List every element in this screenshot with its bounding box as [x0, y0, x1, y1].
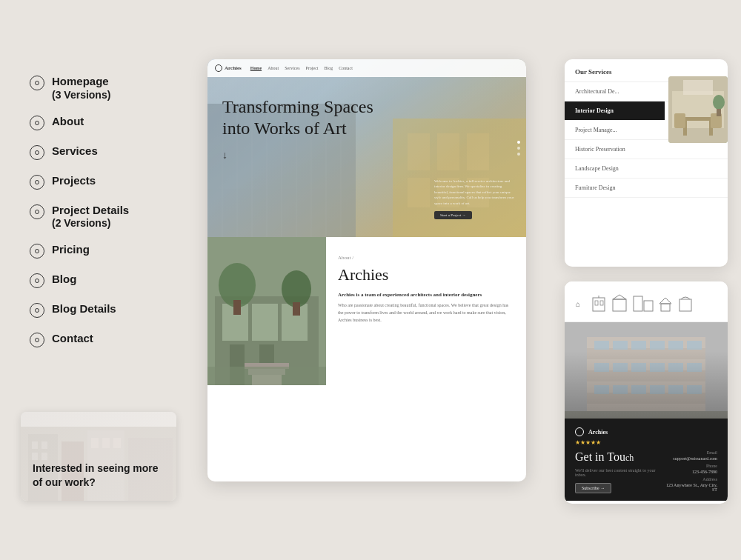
sidebar-item-project-details[interactable]: Project Details (2 Versions) [30, 203, 193, 230]
svg-rect-56 [593, 298, 605, 311]
nav-link-project: Project [305, 66, 318, 70]
svg-rect-38 [233, 300, 241, 315]
footer-address-label: Address [662, 477, 717, 481]
svg-rect-40 [293, 302, 300, 316]
footer-dark-section: Archies ★★★★★ Get in Touch We'll deliver… [565, 419, 728, 501]
footer-address: 123 Anywhere St., Any City, ST [662, 483, 717, 492]
nav-circle-icon [30, 333, 44, 347]
bottom-card-text: Interested in seeing more of our work? [33, 461, 165, 490]
hero-dot-3 [517, 153, 520, 156]
svg-point-39 [282, 270, 311, 307]
sidebar-nav: Homepage (3 Versions) About Services Pro… [30, 74, 193, 361]
sidebar-item-blog-details[interactable]: Blog Details [30, 301, 193, 318]
svg-rect-53 [717, 109, 721, 116]
svg-rect-57 [595, 301, 598, 305]
sidebar-item-services[interactable]: Services [30, 144, 193, 160]
nav-link-services: Services [285, 66, 299, 70]
nav-circle-icon [30, 273, 44, 288]
about-content: About / Archies Archies is a team of exp… [326, 237, 526, 385]
svg-rect-33 [252, 304, 278, 341]
preview-about-section: About / Archies Archies is a team of exp… [207, 237, 526, 385]
nav-link-contact: Contact [339, 66, 353, 70]
svg-rect-11 [113, 438, 121, 448]
service-item-5[interactable]: Landscape Design [565, 159, 728, 179]
bottom-card[interactable]: Interested in seeing more of our work? [21, 412, 176, 501]
svg-marker-61 [613, 295, 626, 299]
svg-rect-63 [644, 301, 653, 311]
service-image [668, 76, 728, 143]
svg-marker-64 [659, 298, 671, 304]
svg-rect-10 [102, 438, 110, 448]
sidebar-item-label: Homepage [52, 75, 109, 87]
sidebar-item-label: Blog Details [52, 301, 116, 316]
nav-circle-icon [30, 116, 44, 130]
service-interior-svg [668, 76, 728, 143]
preview-nav-links: Home About Services Project Blog Contact [250, 66, 353, 70]
preview-navbar: Archies Home About Services Project Blog… [207, 59, 526, 77]
footer-phone-label: Phone [662, 464, 717, 468]
footer-nav-icons-svg: ⌂ [572, 292, 705, 314]
preview-hero: Transforming Spaces into Works of Art ↓ … [207, 59, 526, 237]
sidebar-item-about[interactable]: About [30, 114, 193, 130]
service-label: Project Manage... [575, 127, 617, 133]
sidebar-item-label: Services [52, 144, 98, 159]
svg-rect-26 [467, 133, 489, 170]
hero-dots [517, 141, 520, 156]
main-preview-window: Archies Home About Services Project Blog… [207, 59, 526, 481]
logo-text: Archies [225, 65, 242, 71]
footer-logo-icon [575, 427, 584, 436]
service-item-6[interactable]: Furniture Design [565, 179, 728, 198]
nav-link-about: About [268, 66, 279, 70]
sidebar-item-label: Project Details [52, 204, 129, 216]
sidebar-item-sublabel: (3 Versions) [52, 89, 110, 101]
hero-arrow-icon: ↓ [222, 150, 373, 161]
about-building-svg [207, 237, 326, 385]
footer-subscribe-button[interactable]: Subscribe → [575, 483, 611, 493]
footer-logo-text: Archies [588, 429, 608, 436]
footer-stars: ★★★★★ [575, 439, 717, 446]
logo-icon [215, 64, 222, 72]
sidebar-item-label: Pricing [52, 242, 90, 257]
nav-link-blog: Blog [324, 66, 333, 70]
sidebar-item-contact[interactable]: Contact [30, 331, 193, 347]
svg-rect-25 [437, 133, 459, 170]
hero-cta-button[interactable]: Start a Project → [434, 211, 472, 219]
nav-circle-icon [30, 204, 44, 219]
about-tag: About / [338, 255, 514, 261]
hero-title-block: Transforming Spaces into Works of Art ↓ [222, 96, 373, 161]
service-label: Architectural De... [575, 88, 619, 95]
hero-dot-2 [517, 147, 520, 150]
about-subtitle: Archies is a team of experienced archite… [338, 292, 514, 298]
about-image [207, 237, 326, 385]
footer-email: support@missanard.com [662, 456, 717, 461]
sidebar-item-label: Projects [52, 173, 96, 188]
sidebar-item-blog[interactable]: Blog [30, 272, 193, 288]
footer-icons-row: ⌂ [565, 281, 728, 322]
hero-desc-text: Welcome to Archies, a full service archi… [434, 179, 516, 207]
preview-logo: Archies [215, 64, 242, 72]
footer-newsletter-text: We'll deliver our best content straight … [575, 468, 662, 477]
sidebar-item-label: About [52, 114, 84, 129]
svg-text:⌂: ⌂ [576, 300, 580, 308]
sidebar-item-homepage[interactable]: Homepage (3 Versions) [30, 74, 193, 101]
sidebar-item-label: Contact [52, 331, 93, 346]
sidebar-item-projects[interactable]: Projects [30, 173, 193, 190]
svg-rect-60 [613, 299, 626, 311]
service-item-2[interactable]: Interior Design [565, 101, 665, 121]
footer-email-label: Email [662, 450, 717, 455]
nav-link-home: Home [250, 66, 262, 70]
hero-dot-1 [517, 141, 520, 144]
footer-preview-card: ⌂ [565, 281, 728, 504]
svg-rect-5 [32, 441, 38, 449]
nav-circle-icon [30, 303, 44, 318]
bottom-card-overlay: Interested in seeing more of our work? [21, 451, 176, 501]
service-label: Landscape Design [575, 165, 619, 172]
footer-building-overlay [565, 322, 728, 419]
about-text: Who are passionate about creating beauti… [338, 302, 514, 324]
about-title: Archies [338, 265, 514, 284]
sidebar-item-pricing[interactable]: Pricing [30, 242, 193, 259]
svg-rect-6 [41, 441, 47, 449]
footer-heading: Get in Touch [575, 450, 662, 464]
svg-rect-44 [207, 367, 326, 385]
svg-rect-62 [634, 296, 642, 311]
